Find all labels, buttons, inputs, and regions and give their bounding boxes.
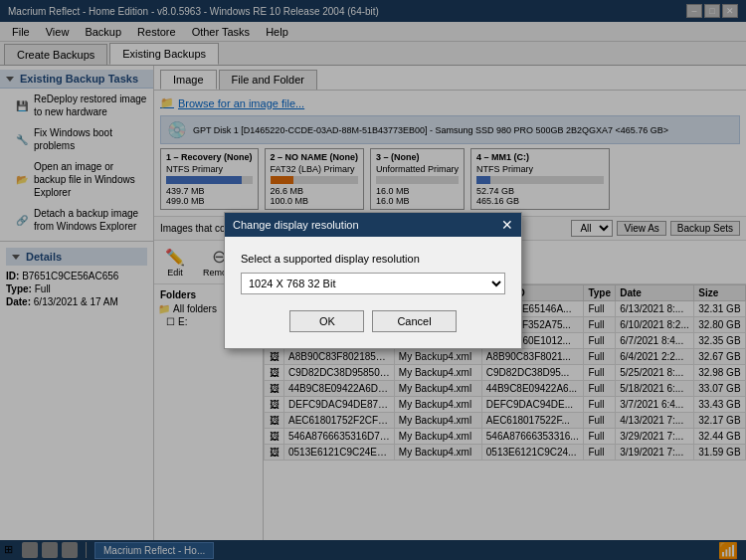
dialog-titlebar: Change display resolution ✕	[225, 213, 521, 237]
dialog-overlay: Change display resolution ✕ Select a sup…	[0, 0, 746, 560]
dialog-title: Change display resolution	[233, 219, 359, 231]
dialog-label: Select a supported display resolution	[241, 253, 505, 265]
resolution-select[interactable]: 800 X 600 32 Bit 1024 X 768 32 Bit 1280 …	[241, 273, 505, 294]
dialog-ok-button[interactable]: OK	[289, 310, 364, 332]
dialog-close-button[interactable]: ✕	[501, 217, 513, 233]
dialog-body: Select a supported display resolution 80…	[225, 237, 521, 348]
dialog-buttons: OK Cancel	[241, 310, 505, 332]
dialog-cancel-button[interactable]: Cancel	[372, 310, 456, 332]
resolution-dialog: Change display resolution ✕ Select a sup…	[224, 212, 522, 349]
